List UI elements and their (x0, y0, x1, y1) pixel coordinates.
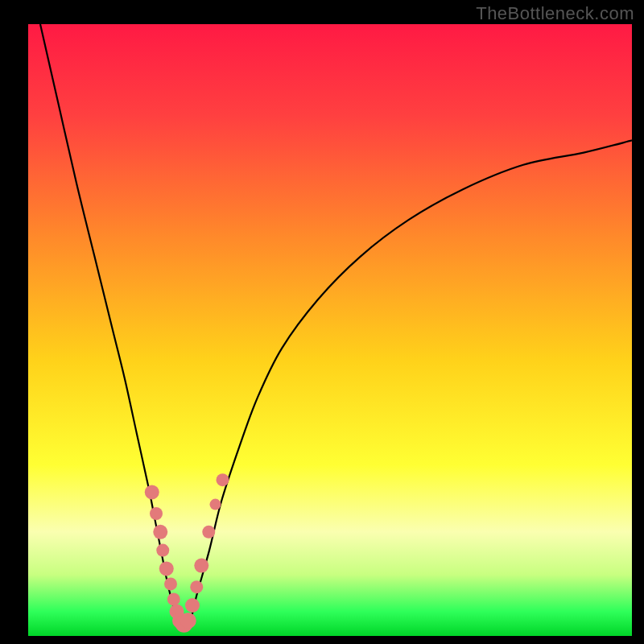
highlight-dot (164, 577, 177, 590)
highlight-dot (217, 473, 229, 486)
highlight-dot (145, 485, 159, 499)
highlight-dot (159, 561, 174, 576)
watermark-label: TheBottleneck.com (476, 3, 634, 24)
highlight-dot (156, 544, 169, 557)
highlight-dot (153, 525, 167, 539)
highlight-dot (210, 499, 221, 510)
chart-svg (28, 24, 632, 636)
highlight-dot (167, 592, 180, 605)
highlight-dot (190, 580, 203, 593)
gradient-background (28, 24, 632, 636)
chart-frame: TheBottleneck.com (0, 0, 644, 644)
highlight-dot (202, 526, 215, 539)
highlight-dot (180, 613, 196, 629)
highlight-dot (194, 559, 208, 573)
plot-area (28, 24, 632, 636)
highlight-dot (185, 598, 200, 613)
highlight-dot (150, 507, 163, 520)
